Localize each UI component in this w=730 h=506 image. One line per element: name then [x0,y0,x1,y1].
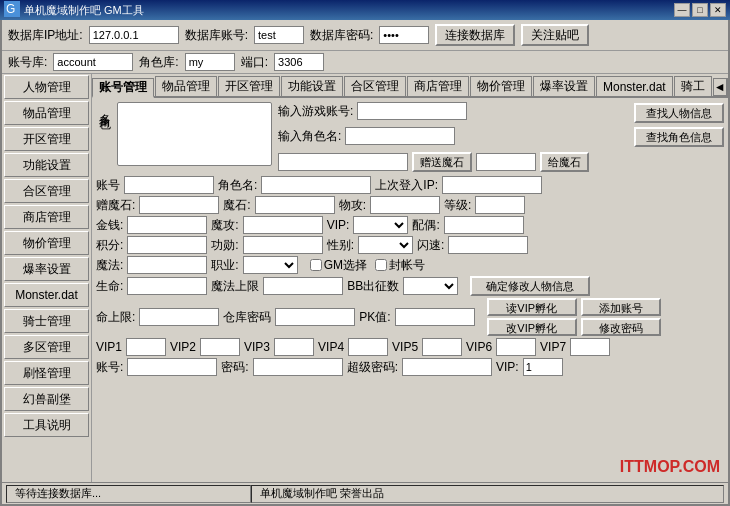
tab-mergezone[interactable]: 合区管理 [344,76,406,96]
sidebar-item-petcastle[interactable]: 幻兽副堡 [4,387,89,411]
tab-content-account: 多角色 输入游戏账号: 输入角色名: [92,98,728,482]
change-vip-button[interactable]: 改VIP孵化 [487,318,577,336]
maximize-button[interactable]: □ [692,3,708,17]
magic-max-input[interactable] [263,277,343,295]
pk-label: PK值: [359,309,390,326]
gm-checkbox[interactable] [310,259,322,271]
sidebar-item-tools[interactable]: 工具说明 [4,413,89,437]
read-vip-button[interactable]: 读VIP孵化 [487,298,577,316]
gift-magic-stone-input[interactable] [278,153,408,171]
tab-settings[interactable]: 功能设置 [281,76,343,96]
sidebar-item-items[interactable]: 物品管理 [4,101,89,125]
port-input[interactable] [274,53,324,71]
life-limit-input[interactable] [139,308,219,326]
warehouse-pwd-input[interactable] [275,308,355,326]
sidebar-item-droprate[interactable]: 爆率设置 [4,257,89,281]
vip2-label: VIP2 [170,340,196,354]
vip7-input[interactable] [570,338,610,356]
db-name-label: 账号库: [8,54,47,71]
magic-method-input[interactable] [127,256,207,274]
tab-monsterdat[interactable]: Monster.dat [596,76,673,96]
close-button[interactable]: ✕ [710,3,726,17]
multi-char-listbox[interactable] [117,102,272,166]
tab-prev-button[interactable]: ◄ [713,78,727,96]
gift-stone-input[interactable] [139,196,219,214]
change-password-button[interactable]: 修改密码 [581,318,661,336]
flash-label: 闪速: [417,237,444,254]
role-name2-input[interactable] [261,176,371,194]
tab-items[interactable]: 物品管理 [155,76,217,96]
bb-select[interactable] [403,277,458,295]
mag-atk-input[interactable] [243,216,323,234]
bottom-vip-input[interactable] [523,358,563,376]
seal-checkbox-wrapper: 封帐号 [375,257,425,274]
level-input[interactable] [475,196,525,214]
give-magic-stone-input[interactable] [476,153,536,171]
sidebar-item-knight[interactable]: 骑士管理 [4,309,89,333]
vip2-input[interactable] [200,338,240,356]
sidebar-item-price[interactable]: 物价管理 [4,231,89,255]
points-input[interactable] [127,236,207,254]
give-magic-stone-button[interactable]: 给魔石 [540,152,589,172]
tab-droprate[interactable]: 爆率设置 [533,76,595,96]
sidebar-item-shop[interactable]: 商店管理 [4,205,89,229]
sidebar-item-mergezone[interactable]: 合区管理 [4,179,89,203]
life-label: 生命: [96,278,123,295]
pk-input[interactable] [395,308,475,326]
phys-atk-label: 物攻: [339,197,366,214]
tab-next-button[interactable]: ► [727,78,728,96]
job-select[interactable] [243,256,298,274]
vip5-input[interactable] [422,338,462,356]
vip4-input[interactable] [348,338,388,356]
phys-atk-input[interactable] [370,196,440,214]
tab-extra[interactable]: 骑工 [674,76,712,96]
gender-select[interactable] [358,236,413,254]
merit-input[interactable] [243,236,323,254]
flash-input[interactable] [448,236,528,254]
db-name-input[interactable] [53,53,133,71]
tab-shop[interactable]: 商店管理 [407,76,469,96]
port-label: 端口: [241,54,268,71]
vip-select[interactable] [353,216,408,234]
db-account-input[interactable] [254,26,304,44]
bottom-account-input[interactable] [127,358,217,376]
tab-account[interactable]: 账号管理 [92,78,154,98]
marriage-input[interactable] [444,216,524,234]
vip1-input[interactable] [126,338,166,356]
db-ip-input[interactable] [89,26,179,44]
connect-db-button[interactable]: 连接数据库 [435,24,515,46]
sidebar-item-multizone[interactable]: 多区管理 [4,335,89,359]
last-login-input[interactable] [442,176,542,194]
account-value-input[interactable] [124,176,214,194]
magic-input[interactable] [255,196,335,214]
sidebar-item-openzone[interactable]: 开区管理 [4,127,89,151]
money-input[interactable] [127,216,207,234]
sidebar-item-spawnmgr[interactable]: 刷怪管理 [4,361,89,385]
gift-magic-stone-button[interactable]: 赠送魔石 [412,152,472,172]
bottom-password-input[interactable] [253,358,343,376]
tab-price[interactable]: 物价管理 [470,76,532,96]
sidebar-item-settings[interactable]: 功能设置 [4,153,89,177]
add-account-button[interactable]: 添加账号 [581,298,661,316]
vip3-label: VIP3 [244,340,270,354]
seal-checkbox[interactable] [375,259,387,271]
db-password-input[interactable] [379,26,429,44]
role-db-input[interactable] [185,53,235,71]
close-tieba-button[interactable]: 关注贴吧 [521,24,589,46]
game-account-input[interactable] [357,102,467,120]
life-input[interactable] [127,277,207,295]
sidebar: 人物管理 物品管理 开区管理 功能设置 合区管理 商店管理 物价管理 爆率设置 … [2,74,92,482]
role-name-input[interactable] [345,127,455,145]
vip6-input[interactable] [496,338,536,356]
find-account-button[interactable]: 查找人物信息 [634,103,724,123]
vip3-input[interactable] [274,338,314,356]
find-role-button[interactable]: 查找角色信息 [634,127,724,147]
bottom-super-pwd-input[interactable] [402,358,492,376]
tab-openzone[interactable]: 开区管理 [218,76,280,96]
minimize-button[interactable]: — [674,3,690,17]
sidebar-item-monsterdat[interactable]: Monster.dat [4,283,89,307]
sidebar-item-character[interactable]: 人物管理 [4,75,89,99]
bottom-super-pwd-label: 超级密码: [347,359,398,376]
confirm-edit-button[interactable]: 确定修改人物信息 [470,276,590,296]
db-ip-label: 数据库IP地址: [8,27,83,44]
